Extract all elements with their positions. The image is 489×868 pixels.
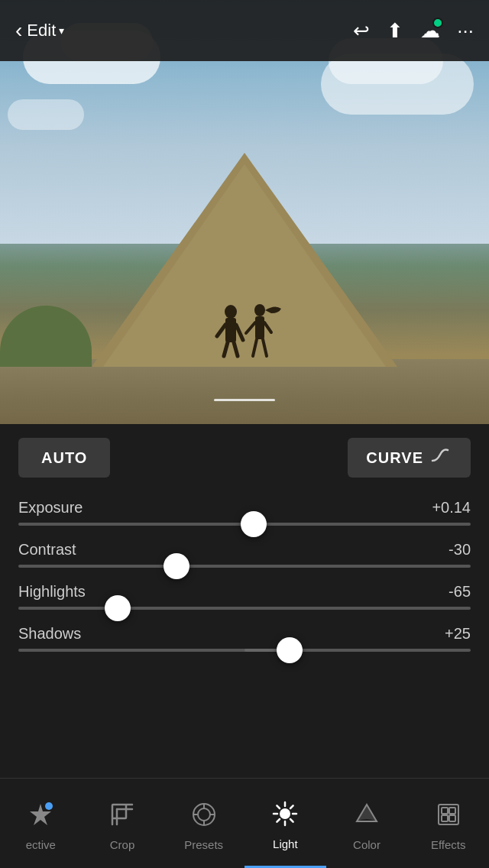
shadows-track[interactable]: [18, 649, 471, 652]
svg-rect-7: [255, 316, 264, 339]
svg-line-33: [277, 819, 280, 822]
vegetation-left: [0, 306, 92, 367]
light-icon: [272, 801, 298, 833]
highlights-slider-row: Highlights -65: [18, 583, 471, 610]
contrast-header: Contrast -30: [18, 541, 471, 559]
curve-label: CURVE: [366, 449, 423, 467]
bottom-panel: AUTO CURVE Exposure +0.14: [0, 424, 489, 868]
svg-point-0: [225, 305, 237, 319]
cloud-5: [8, 99, 84, 130]
cloud-button[interactable]: ☁: [420, 19, 440, 43]
top-buttons: AUTO CURVE: [18, 438, 471, 478]
svg-line-10: [253, 339, 257, 356]
undo-button[interactable]: ↩: [353, 19, 370, 43]
nav-item-presets[interactable]: Presets: [163, 779, 244, 868]
exposure-track[interactable]: [18, 523, 471, 526]
nav-item-crop[interactable]: Crop: [82, 779, 164, 868]
chevron-down-icon[interactable]: ▾: [59, 24, 64, 37]
share-button[interactable]: ⬆: [387, 19, 403, 43]
svg-line-31: [290, 819, 293, 822]
contrast-thumb[interactable]: [164, 553, 189, 579]
highlights-track[interactable]: [18, 607, 471, 610]
svg-rect-14: [112, 805, 126, 818]
exposure-value: +0.14: [432, 499, 471, 517]
auto-button[interactable]: AUTO: [18, 438, 110, 478]
photo-preview: [0, 0, 489, 443]
contrast-label: Contrast: [18, 541, 76, 559]
light-label: Light: [273, 837, 298, 850]
svg-rect-1: [225, 318, 236, 342]
svg-line-4: [224, 342, 228, 356]
svg-line-2: [217, 325, 225, 336]
svg-line-8: [246, 322, 255, 333]
svg-rect-35: [442, 808, 448, 814]
svg-rect-37: [442, 815, 448, 821]
highlights-value: -65: [449, 583, 471, 601]
header-actions: ↩ ⬆ ☁ ···: [353, 19, 474, 43]
shadows-header: Shadows +25: [18, 625, 471, 643]
exposure-label: Exposure: [18, 499, 83, 517]
svg-line-5: [234, 342, 238, 356]
svg-line-30: [277, 805, 280, 808]
svg-line-3: [236, 325, 243, 340]
curve-icon: [431, 447, 452, 468]
svg-point-13: [45, 802, 53, 810]
contrast-slider-row: Contrast -30: [18, 541, 471, 568]
color-label: Color: [353, 838, 381, 851]
effects-label: Effects: [431, 838, 466, 851]
curve-button[interactable]: CURVE: [348, 438, 471, 478]
svg-point-6: [254, 304, 265, 316]
nav-item-light[interactable]: Light: [244, 779, 326, 868]
edit-label: Edit: [27, 21, 56, 40]
svg-point-25: [280, 808, 290, 819]
presets-label: Presets: [184, 838, 223, 851]
svg-line-32: [290, 805, 293, 808]
light-controls: AUTO CURVE Exposure +0.14: [0, 424, 489, 675]
contrast-track[interactable]: [18, 565, 471, 568]
shadows-thumb[interactable]: [277, 637, 303, 663]
bottom-nav: ective Crop: [0, 778, 489, 868]
highlights-thumb[interactable]: [105, 595, 131, 621]
cloud-sync-indicator: [432, 18, 443, 28]
shadows-value: +25: [445, 625, 471, 643]
more-button[interactable]: ···: [457, 19, 474, 43]
header-title: Edit ▾: [27, 21, 64, 40]
sliders-container: Exposure +0.14 Contrast -30: [18, 499, 471, 652]
highlights-label: Highlights: [18, 583, 86, 601]
back-button[interactable]: ‹: [15, 18, 22, 43]
svg-line-11: [263, 339, 267, 356]
shadows-label: Shadows: [18, 625, 81, 643]
svg-point-20: [198, 808, 210, 821]
header: ‹ Edit ▾ ↩ ⬆ ☁ ···: [0, 0, 489, 61]
presets-icon: [191, 802, 217, 834]
header-left: ‹ Edit ▾: [15, 18, 64, 43]
nav-item-selective[interactable]: ective: [0, 779, 82, 868]
crop-icon: [109, 802, 135, 834]
selective-icon: [28, 802, 53, 834]
nav-item-color[interactable]: Color: [326, 779, 408, 868]
crop-label: Crop: [110, 838, 135, 851]
shadows-slider-row: Shadows +25: [18, 625, 471, 652]
drag-handle[interactable]: [214, 399, 275, 401]
exposure-thumb[interactable]: [241, 511, 267, 537]
contrast-value: -30: [449, 541, 471, 559]
selective-label: ective: [26, 838, 56, 851]
effects-icon: [436, 802, 461, 834]
people-silhouettes: [199, 298, 290, 359]
svg-rect-36: [449, 808, 455, 814]
color-icon: [354, 802, 380, 834]
svg-rect-38: [449, 815, 455, 821]
exposure-slider-row: Exposure +0.14: [18, 499, 471, 526]
highlights-header: Highlights -65: [18, 583, 471, 601]
svg-line-9: [264, 322, 271, 332]
nav-item-effects[interactable]: Effects: [407, 779, 489, 868]
